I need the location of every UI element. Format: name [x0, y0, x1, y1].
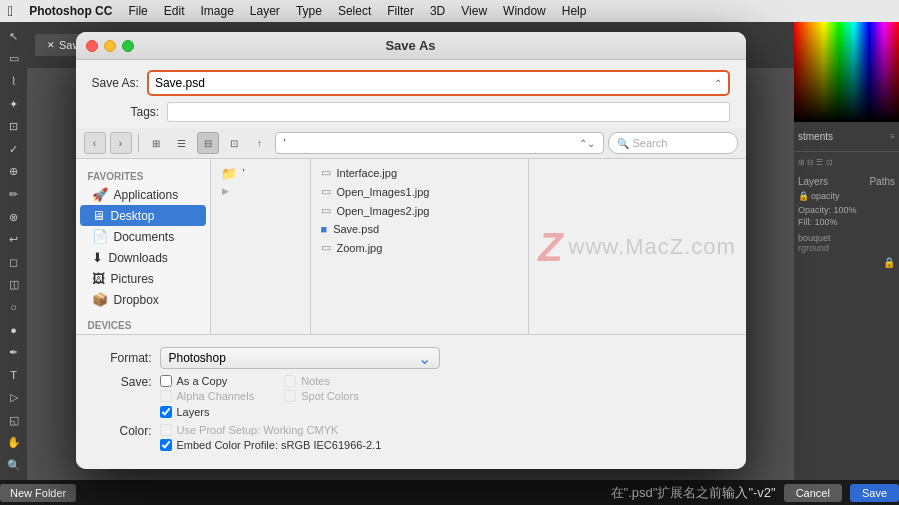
embed-color-checkbox[interactable]	[160, 439, 172, 451]
embed-color-item[interactable]: Embed Color Profile: sRGB IEC61966-2.1	[160, 439, 382, 451]
menu-3d[interactable]: 3D	[430, 4, 445, 18]
tool-select-rect[interactable]: ▭	[3, 49, 25, 70]
use-proof-item[interactable]: Use Proof Setup: Working CMYK	[160, 424, 382, 436]
menu-select[interactable]: Select	[338, 4, 371, 18]
layers-item[interactable]: Layers	[160, 406, 379, 418]
menu-type[interactable]: Type	[296, 4, 322, 18]
downloads-icon: ⬇	[92, 250, 103, 265]
save-label: Save:	[92, 375, 152, 389]
tool-clone[interactable]: ⊗	[3, 207, 25, 228]
tool-path-select[interactable]: ▷	[3, 388, 25, 409]
icon-view-button[interactable]: ⊞	[145, 132, 167, 154]
tool-brush[interactable]: ✏	[3, 184, 25, 205]
menu-filter[interactable]: Filter	[387, 4, 414, 18]
file-browser: Favorites 🚀 Applications 🖥 Desktop 📄 Doc…	[76, 159, 746, 334]
panel-icons: ⊞ ⊟ ☰ ⊡	[798, 158, 833, 167]
sidebar-item-applications[interactable]: 🚀 Applications	[80, 184, 206, 205]
tool-shape[interactable]: ◱	[3, 410, 25, 431]
opacity-label: Opacity: 100%	[798, 205, 857, 215]
adjustments-label: stments	[798, 131, 890, 142]
forward-button[interactable]: ›	[110, 132, 132, 154]
menu-image[interactable]: Image	[200, 4, 233, 18]
divider	[138, 134, 139, 152]
sidebar-item-desktop[interactable]: 🖥 Desktop	[80, 205, 206, 226]
tool-move[interactable]: ↖	[3, 26, 25, 47]
tool-gradient[interactable]: ◫	[3, 275, 25, 296]
tool-hand[interactable]: ✋	[3, 433, 25, 454]
sidebar-item-documents[interactable]: 📄 Documents	[80, 226, 206, 247]
sidebar-item-mac[interactable]: 💻 Jan's Ma...	[80, 333, 206, 334]
format-select[interactable]: Photoshop ⌄	[160, 347, 440, 369]
menu-edit[interactable]: Edit	[164, 4, 185, 18]
layers-checkbox[interactable]	[160, 406, 172, 418]
maximize-button[interactable]	[122, 40, 134, 52]
use-proof-checkbox	[160, 424, 172, 436]
saveas-label: Save As:	[92, 76, 139, 90]
tool-eraser[interactable]: ◻	[3, 252, 25, 273]
as-copy-checkbox[interactable]	[160, 375, 172, 387]
file-icon-zoom: ▭	[321, 241, 331, 254]
search-bar[interactable]: 🔍 Search	[608, 132, 738, 154]
folder-item-desktop[interactable]: 📁 '	[215, 163, 306, 184]
alpha-channels-label: Alpha Channels	[177, 390, 255, 402]
file-item-open2[interactable]: ▭ Open_Images2.jpg	[315, 201, 524, 220]
tool-eyedropper[interactable]: ✓	[3, 139, 25, 160]
back-button[interactable]: ‹	[84, 132, 106, 154]
location-bar[interactable]: ' ⌃⌄	[275, 132, 604, 154]
tags-row: Tags:	[76, 100, 746, 128]
column-view-button[interactable]: ⊟	[197, 132, 219, 154]
as-copy-item[interactable]: As a Copy	[160, 375, 255, 387]
file-name-interface: Interface.jpg	[337, 167, 398, 179]
dialog-overlay: Save As Save As: ⌃ Tags: ‹ › ⊞ ☰ ⊟ ⊡ ↑	[27, 22, 794, 505]
file-item-zoom[interactable]: ▭ Zoom.jpg	[315, 238, 524, 257]
tool-blur[interactable]: ○	[3, 297, 25, 318]
tool-dodge[interactable]: ●	[3, 320, 25, 341]
save-button[interactable]: Save	[850, 484, 899, 502]
tool-pen[interactable]: ✒	[3, 342, 25, 363]
watermark: Z www.MacZ.com	[538, 224, 736, 269]
tags-input[interactable]	[167, 102, 729, 122]
notes-item[interactable]: Notes	[284, 375, 379, 387]
close-button[interactable]	[86, 40, 98, 52]
notes-label: Notes	[301, 375, 330, 387]
sidebar-item-dropbox[interactable]: 📦 Dropbox	[80, 289, 206, 310]
tool-history[interactable]: ↩	[3, 229, 25, 250]
sidebar-item-pictures[interactable]: 🖼 Pictures	[80, 268, 206, 289]
coverflow-view-button[interactable]: ⊡	[223, 132, 245, 154]
folder-name: '	[243, 168, 245, 179]
ps-toolbar: ↖ ▭ ⌇ ✦ ⊡ ✓ ⊕ ✏ ⊗ ↩ ◻ ◫ ○ ● ✒ T ▷ ◱ ✋ 🔍	[0, 22, 27, 480]
alpha-channels-item[interactable]: Alpha Channels	[160, 390, 255, 402]
file-item-save[interactable]: ■ Save.psd	[315, 220, 524, 238]
tool-spot-heal[interactable]: ⊕	[3, 162, 25, 183]
dialog-titlebar: Save As	[76, 32, 746, 60]
file-item-open1[interactable]: ▭ Open_Images1.jpg	[315, 182, 524, 201]
list-view-button[interactable]: ☰	[171, 132, 193, 154]
save-row: Save: As a Copy Notes Alpha	[92, 375, 730, 418]
tool-magic-wand[interactable]: ✦	[3, 94, 25, 115]
layers-tab[interactable]: Layers	[798, 176, 828, 187]
saveas-input[interactable]	[155, 76, 714, 90]
saveas-input-wrapper[interactable]: ⌃	[147, 70, 730, 96]
menu-layer[interactable]: Layer	[250, 4, 280, 18]
tool-zoom[interactable]: 🔍	[3, 455, 25, 476]
tool-text[interactable]: T	[3, 365, 25, 386]
sidebar: Favorites 🚀 Applications 🖥 Desktop 📄 Doc…	[76, 159, 211, 334]
menu-file[interactable]: File	[128, 4, 147, 18]
paths-tab[interactable]: Paths	[869, 176, 895, 187]
menu-app-name[interactable]: Photoshop CC	[29, 4, 112, 18]
tool-crop[interactable]: ⊡	[3, 116, 25, 137]
minimize-button[interactable]	[104, 40, 116, 52]
sidebar-item-downloads[interactable]: ⬇ Downloads	[80, 247, 206, 268]
traffic-lights	[86, 40, 134, 52]
dropbox-label: Dropbox	[114, 293, 159, 307]
use-proof-label: Use Proof Setup: Working CMYK	[177, 424, 339, 436]
save-as-dialog: Save As Save As: ⌃ Tags: ‹ › ⊞ ☰ ⊟ ⊡ ↑	[76, 32, 746, 469]
menu-help[interactable]: Help	[562, 4, 587, 18]
panel-menu-icon[interactable]: ≡	[890, 132, 895, 141]
file-item-interface[interactable]: ▭ Interface.jpg	[315, 163, 524, 182]
spot-colors-item[interactable]: Spot Colors	[284, 390, 379, 402]
tool-lasso[interactable]: ⌇	[3, 71, 25, 92]
share-button[interactable]: ↑	[249, 132, 271, 154]
menu-window[interactable]: Window	[503, 4, 546, 18]
menu-view[interactable]: View	[461, 4, 487, 18]
